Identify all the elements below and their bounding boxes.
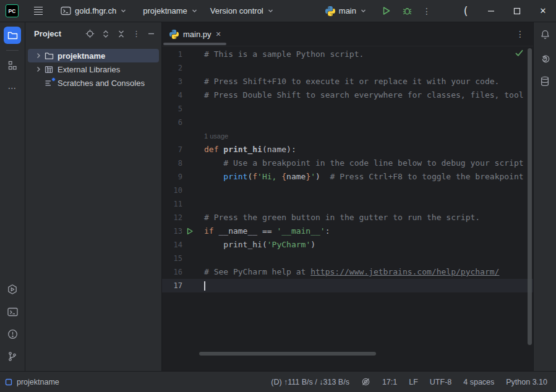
python-file-icon [169,30,179,39]
problems-exclamation-icon [7,329,18,339]
code-lines: 1# This is a sample Python script.23# Pr… [162,48,533,292]
structure-icon [7,61,17,70]
tree-item-label: Scratches and Consoles [58,79,145,88]
panel-options-icon[interactable]: ⋮ [132,29,140,38]
chevron-down-icon [267,7,274,14]
pycharm-logo-icon: PC [6,4,19,17]
tab-label: main.py [183,30,212,39]
hide-panel-icon[interactable] [147,30,155,38]
code-line[interactable]: 16# See PyCharm help at https://www.jetb… [162,265,533,279]
right-tool-strip [533,22,556,371]
code-line[interactable]: 10 [162,184,533,197]
code-line[interactable]: 3# Press Shift+F10 to execute it or repl… [162,75,533,88]
project-widget[interactable]: projektname [139,4,202,18]
network-speed-widget[interactable]: (D) ↑111 B/s / ↓313 B/s [271,378,349,386]
code-line[interactable]: 15 [162,252,533,265]
status-project-widget[interactable]: projektname [5,378,59,386]
status-bar: projektname (D) ↑111 B/s / ↓313 B/s 17:1… [0,371,556,392]
chevron-right-icon[interactable] [33,53,43,59]
services-hexagon-play-icon [7,284,18,295]
code-line[interactable]: 14 print_hi('PyCharm') [162,238,533,252]
tab-main-py[interactable]: main.py ✕ [162,22,228,46]
tree-item-scratches[interactable]: Scratches and Consoles [28,76,159,90]
caret-position-widget[interactable]: 17:1 [382,378,397,386]
library-icon [43,66,54,74]
more-tool-windows-button[interactable]: ⋯ [4,79,21,96]
problems-tool-button[interactable] [4,325,21,343]
ai-assistant-icon[interactable] [540,53,550,63]
clock-badge [51,77,56,82]
editor-area: main.py ✕ ⋮ 1# This is a sample Python s… [162,22,533,371]
scratches-icon [43,79,54,87]
git-branch-icon [7,351,17,362]
more-icon: ⋯ [8,85,17,91]
terminal-icon [7,307,18,317]
vcs-widget-label: Version control [210,6,263,15]
expand-all-icon[interactable] [101,30,110,38]
chevron-down-icon [191,7,198,14]
title-bar: PC gold.fhgr.ch projektname Version cont… [0,0,556,22]
status-project-label: projektname [17,378,59,386]
vcs-widget[interactable]: Version control [207,4,278,18]
project-panel-title: Project [34,29,61,38]
highlighting-level-icon[interactable] [361,377,370,386]
window-close-button[interactable]: ✕ [534,2,552,20]
debug-button[interactable] [399,3,415,19]
chevron-right-icon[interactable] [33,66,43,72]
terminal-tool-button[interactable] [4,303,21,320]
code-line[interactable]: 8 # Use a breakpoint in the code line be… [162,156,533,170]
editor-options-icon[interactable]: ⋮ [516,29,533,39]
code-line[interactable]: 13if __name__ == '__main__': [162,224,533,238]
tree-item-projektname[interactable]: projektname [28,49,159,62]
main-menu-button[interactable] [31,4,46,19]
spinner-arc-icon: ( [458,5,473,17]
project-widget-label: projektname [143,6,187,15]
run-config-label: main [339,6,356,15]
code-line[interactable]: 6 [162,116,533,129]
locate-file-icon[interactable] [85,29,95,38]
interpreter-widget[interactable]: Python 3.10 [506,378,547,386]
project-panel: Project ⋮ [25,22,162,371]
code-editor[interactable]: 1# This is a sample Python script.23# Pr… [162,46,533,371]
structure-tool-button[interactable] [4,57,21,74]
code-line[interactable]: 1# This is a sample Python script. [162,48,533,61]
line-separator-widget[interactable]: LF [409,378,418,386]
code-line[interactable]: 9 print(f'Hi, {name}') # Press Ctrl+F8 t… [162,170,533,184]
inlay-usage-hint[interactable]: 1 usage [162,129,533,143]
collapse-all-icon[interactable] [117,30,126,38]
remote-host-label: gold.fhgr.ch [75,6,116,15]
encoding-widget[interactable]: UTF-8 [430,378,451,386]
horizontal-scrollbar-thumb[interactable] [199,352,376,356]
tree-item-external-libraries[interactable]: External Libraries [28,62,159,76]
git-tool-button[interactable] [4,347,21,365]
more-actions-button[interactable]: ⋮ [419,3,435,19]
services-tool-button[interactable] [4,281,21,298]
project-tool-button[interactable] [4,27,21,44]
editor-tab-bar: main.py ✕ ⋮ [162,22,533,46]
code-line[interactable]: 12# Press the green button in the gutter… [162,211,533,224]
window-maximize-button[interactable] [508,2,526,20]
inspections-ok-check-icon[interactable] [515,49,523,57]
text-caret [204,281,205,291]
tree-item-label: External Libraries [58,65,120,74]
run-config-widget[interactable]: main [322,4,370,19]
database-icon[interactable] [540,76,550,87]
code-line[interactable]: 11 [162,197,533,211]
project-tree: projektname External Libraries [25,45,161,90]
code-line[interactable]: 5 [162,102,533,116]
vertical-scrollbar-thumb[interactable] [528,48,532,345]
active-tab-underline [163,43,226,45]
notifications-bell-icon[interactable] [540,29,550,40]
chevron-down-icon [360,7,367,14]
tab-close-icon[interactable]: ✕ [216,30,221,38]
remote-host-widget[interactable]: gold.fhgr.ch [57,4,130,18]
run-line-gutter-icon[interactable] [184,224,195,238]
run-button[interactable] [378,3,394,19]
code-line[interactable]: 17 [162,279,533,292]
code-line[interactable]: 2 [162,61,533,75]
code-line[interactable]: 7def print_hi(name): [162,143,533,156]
indent-widget[interactable]: 4 spaces [463,378,494,386]
window-minimize-button[interactable] [482,2,500,20]
project-square-icon [5,378,12,386]
code-line[interactable]: 4# Press Double Shift to search everywhe… [162,88,533,102]
